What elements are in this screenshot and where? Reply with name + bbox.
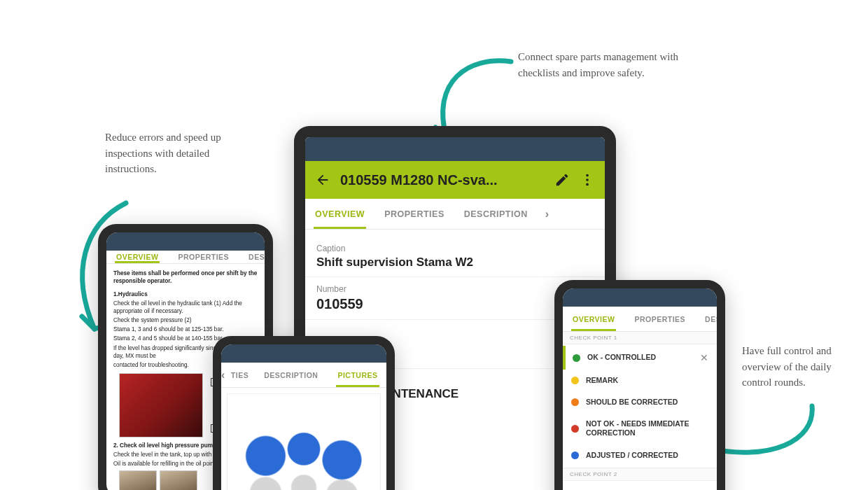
svg-point-1 — [586, 178, 589, 181]
status-bar — [106, 232, 265, 251]
status-ok-controlled[interactable]: OK - CONTROLLED ✕ — [563, 346, 717, 370]
phone-status: OVERVIEW PROPERTIES DESCRIPTION › CHECK … — [554, 280, 725, 490]
app-bar: 010559 M1280 NC-sva... — [305, 161, 605, 199]
status-bar — [221, 344, 386, 363]
checkpoint-2-header: CHECK POINT 2 — [563, 468, 717, 481]
svg-point-0 — [586, 174, 589, 177]
tabs: OVERVIEW PROPERTIES DESCRIPTION › — [305, 199, 605, 230]
status-label: NOT OK - NEEDS IMMEDIATE CORRECTION — [586, 419, 708, 438]
edit-icon[interactable] — [554, 172, 570, 188]
doc-image-hydraulics: 2 1 — [119, 373, 203, 438]
more-icon[interactable] — [580, 172, 595, 188]
label-caption: Caption — [316, 244, 594, 253]
checkpoint-1-header: CHECK POINT 1 — [563, 332, 717, 344]
status-label: ADJUSTED / CORRECTED — [586, 451, 708, 460]
doc-line: Check the oil level in the hydraulic tan… — [113, 300, 258, 315]
tab-properties[interactable]: PROPERTIES — [624, 307, 695, 331]
annotation-top: Connect spare parts management with chec… — [518, 49, 679, 80]
back-icon[interactable] — [315, 172, 330, 188]
tab-overview[interactable]: OVERVIEW — [563, 307, 624, 331]
status-dot-icon — [571, 398, 579, 406]
status-label: REMARK — [586, 376, 708, 385]
tab-overview[interactable]: OVERVIEW — [305, 199, 374, 229]
status-label: SHOULD BE CORRECTED — [586, 398, 708, 407]
value-caption: Shift supervision Stama W2 — [316, 255, 594, 270]
phone3-screen: OVERVIEW PROPERTIES DESCRIPTION › CHECK … — [563, 288, 717, 490]
tab-description[interactable]: DESCRIPTION — [254, 363, 328, 387]
annotation-right: Have full control and overview of the da… — [742, 343, 847, 391]
doc-line: Stama 1, 3 and 6 should be at 125-135 ba… — [113, 326, 258, 333]
tab-description[interactable]: DESCRIPTION — [454, 199, 538, 229]
status-should-correct[interactable]: SHOULD BE CORRECTED — [563, 391, 717, 413]
doc-line: Check the system pressure (2) — [113, 316, 258, 324]
label-number: Number — [316, 284, 594, 294]
status-dot-icon — [573, 354, 580, 362]
tab-overview[interactable]: OVERVIEW — [106, 251, 168, 263]
doc-thumbnail — [160, 470, 197, 490]
status-not-ok[interactable]: NOT OK - NEEDS IMMEDIATE CORRECTION — [563, 413, 717, 444]
status-bar — [305, 137, 605, 161]
doc-thumbnail — [119, 470, 157, 490]
status-dot-icon — [571, 377, 579, 384]
status-adjusted[interactable]: ADJUSTED / CORRECTED — [563, 444, 717, 466]
status-bar — [563, 288, 717, 307]
tab-properties[interactable]: PROPERTIES — [374, 199, 454, 229]
tabs-next-icon[interactable]: › — [538, 208, 557, 220]
tabs: OVERVIEW PROPERTIES DESCRIPTION › — [106, 251, 265, 264]
tab-properties-fragment[interactable]: TIES — [225, 363, 254, 387]
parts-image[interactable] — [227, 393, 381, 490]
tabs: OVERVIEW PROPERTIES DESCRIPTION › — [563, 307, 717, 332]
phone-parts: ‹ TIES DESCRIPTION PICTURES PLANI › — [213, 336, 395, 490]
status-dot-icon — [571, 451, 579, 459]
svg-point-2 — [586, 183, 589, 186]
value-number: 010559 — [316, 296, 594, 312]
status-active-bar — [563, 346, 566, 370]
divider — [305, 276, 605, 277]
status-list: OK - CONTROLLED ✕ REMARK SHOULD BE CORRE… — [563, 344, 717, 468]
status-label: OK - CONTROLLED — [587, 353, 693, 362]
tab-pictures[interactable]: PICTURES — [328, 363, 386, 387]
status-dot-icon — [571, 425, 579, 433]
doc-lead: These items shall be performed once per … — [113, 270, 258, 285]
tab-description[interactable]: DESCRIPTION — [695, 307, 717, 331]
status-remark[interactable]: REMARK — [563, 370, 717, 391]
tab-properties[interactable]: PROPERTIES — [168, 251, 239, 263]
doc-section1-title: 1.Hydraulics — [113, 290, 258, 298]
tabs: ‹ TIES DESCRIPTION PICTURES PLANI › — [221, 363, 386, 388]
phone2-screen: ‹ TIES DESCRIPTION PICTURES PLANI › — [221, 344, 386, 490]
appbar-title: 010559 M1280 NC-sva... — [340, 172, 545, 188]
tab-description[interactable]: DESCRIPTION — [239, 251, 265, 263]
close-icon[interactable]: ✕ — [700, 352, 708, 363]
annotation-left: Reduce errors and speed up inspections w… — [105, 130, 224, 177]
